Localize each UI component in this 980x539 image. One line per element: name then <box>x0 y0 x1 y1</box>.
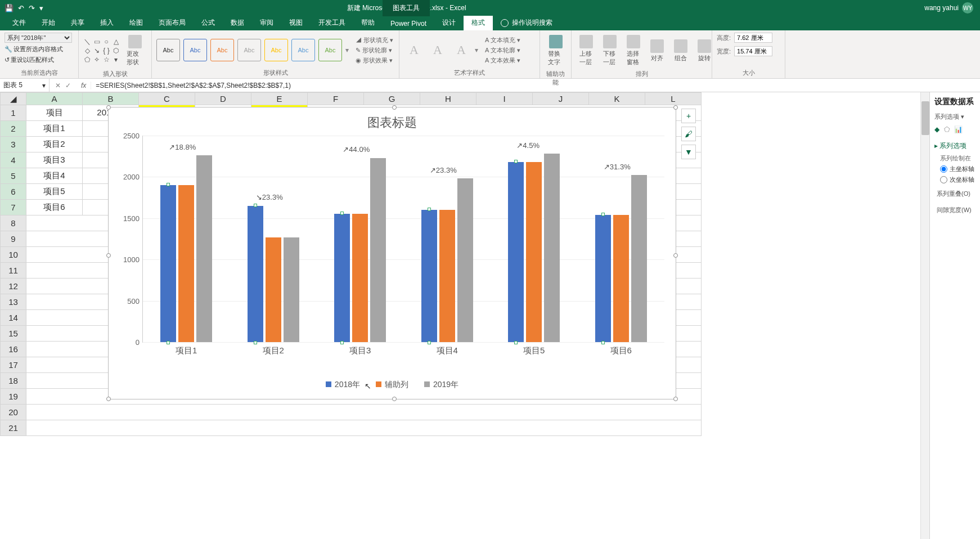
shape-style-4[interactable]: Abc <box>237 39 261 61</box>
change-shape-button[interactable]: 更改形状 <box>123 33 147 69</box>
row-header-15[interactable]: 15 <box>1 326 26 342</box>
chart-title[interactable]: 图表标题 <box>109 107 676 138</box>
tab-home[interactable]: 开始 <box>34 15 63 30</box>
chart-bar[interactable] <box>544 154 560 342</box>
col-header-a[interactable]: A <box>26 93 83 105</box>
height-input[interactable] <box>734 33 772 43</box>
format-selection-button[interactable]: 🔧 设置所选内容格式 <box>5 44 63 53</box>
row-header-12[interactable]: 12 <box>1 279 26 294</box>
chart-bar[interactable] <box>196 155 212 342</box>
col-header-e[interactable]: E <box>251 93 308 105</box>
row-header-8[interactable]: 8 <box>1 215 26 231</box>
col-header-c[interactable]: C <box>139 93 195 105</box>
qa-dropdown-icon[interactable]: ▾ <box>39 4 43 12</box>
tab-data[interactable]: 数据 <box>223 15 252 30</box>
shape-outline-button[interactable]: ✎ 形状轮廓 ▾ <box>356 46 393 55</box>
col-header-h[interactable]: H <box>420 93 476 105</box>
text-outline-button[interactable]: A 文本轮廓 ▾ <box>485 46 520 55</box>
row-header-7[interactable]: 7 <box>1 200 26 215</box>
row-header-6[interactable]: 6 <box>1 184 26 200</box>
legend-item-1[interactable]: 2018年 <box>335 380 360 389</box>
tab-help[interactable]: 帮助 <box>353 15 383 30</box>
chart-data-label[interactable]: ↘23.3% <box>256 193 283 201</box>
row-header-21[interactable]: 21 <box>1 420 26 436</box>
row-header-9[interactable]: 9 <box>1 231 26 247</box>
cancel-formula-icon[interactable]: ✕ <box>55 82 61 89</box>
text-effects-button[interactable]: A 文本效果 ▾ <box>485 56 520 65</box>
series-options-dropdown[interactable]: 系列选项 ▾ <box>934 113 975 121</box>
resize-handle[interactable] <box>673 253 678 258</box>
chart-object[interactable]: 图表标题 05001000150020002500项目1↗18.8%项目2↘23… <box>108 107 676 399</box>
cell-a5[interactable]: 项目4 <box>26 168 83 184</box>
cell-a6[interactable]: 项目5 <box>26 184 83 200</box>
cell-a1[interactable]: 项目 <box>26 105 83 121</box>
chart-bar[interactable] <box>248 206 263 342</box>
cell-a7[interactable]: 项目6 <box>26 200 83 215</box>
chart-elements-button[interactable]: + <box>681 109 696 123</box>
col-header-b[interactable]: B <box>83 93 139 105</box>
resize-handle[interactable] <box>673 105 678 110</box>
spreadsheet-grid[interactable]: ◢ A B C D E F G H I J K L 1 项目 2018年 辅助列… <box>0 92 929 539</box>
chart-bar[interactable] <box>352 214 368 342</box>
cell-a2[interactable]: 项目1 <box>26 121 83 137</box>
chart-filters-button[interactable]: ▼ <box>681 145 696 159</box>
chart-bar[interactable] <box>334 214 350 342</box>
bring-forward-button[interactable]: 上移一层 <box>576 33 596 69</box>
shape-styles-more-icon[interactable]: ▾ <box>345 46 349 54</box>
chart-bar[interactable] <box>266 237 281 342</box>
selection-pane-button[interactable]: 选择窗格 <box>623 33 644 69</box>
row-header-18[interactable]: 18 <box>1 373 26 389</box>
chart-legend[interactable]: 2018年 辅助列 2019年 <box>109 380 676 390</box>
shape-style-6[interactable]: Abc <box>291 39 315 61</box>
chart-bar[interactable] <box>595 215 611 342</box>
row-header-20[interactable]: 20 <box>1 405 26 420</box>
chart-bar[interactable] <box>284 237 299 342</box>
vertical-scrollbar[interactable] <box>920 92 929 539</box>
tab-share[interactable]: 共享 <box>63 15 92 30</box>
tab-file[interactable]: 文件 <box>5 15 34 30</box>
group-button[interactable]: 组合 <box>671 37 691 65</box>
resize-handle[interactable] <box>673 397 678 401</box>
tab-format[interactable]: 格式 <box>464 15 493 30</box>
row-header-1[interactable]: 1 <box>1 105 26 121</box>
undo-icon[interactable]: ↶ <box>18 4 24 12</box>
send-backward-button[interactable]: 下移一层 <box>600 33 620 69</box>
wordart-style-3[interactable]: A <box>451 40 471 60</box>
scrollbar-thumb[interactable] <box>921 101 929 135</box>
redo-icon[interactable]: ↷ <box>29 4 35 12</box>
chart-bar[interactable] <box>508 162 524 342</box>
col-header-k[interactable]: K <box>589 93 645 105</box>
row-header-13[interactable]: 13 <box>1 294 26 310</box>
chart-bar[interactable] <box>526 162 542 342</box>
col-header-j[interactable]: J <box>533 93 589 105</box>
shape-style-1[interactable]: Abc <box>156 39 180 61</box>
chart-bar[interactable] <box>178 185 194 342</box>
chart-data-label[interactable]: ↗31.3% <box>604 163 631 171</box>
shape-style-7[interactable]: Abc <box>318 39 342 61</box>
col-header-d[interactable]: D <box>195 93 251 105</box>
tab-power-pivot[interactable]: Power Pivot <box>383 17 434 30</box>
resize-handle[interactable] <box>392 105 397 110</box>
chart-data-label[interactable]: ↗44.0% <box>343 145 370 154</box>
text-fill-button[interactable]: A 文本填充 ▾ <box>485 36 520 44</box>
series-options-tab-icon[interactable]: 📊 <box>954 125 963 133</box>
save-icon[interactable]: 💾 <box>5 4 14 12</box>
row-header-10[interactable]: 10 <box>1 247 26 263</box>
resize-handle[interactable] <box>106 105 111 110</box>
col-header-g[interactable]: G <box>364 93 420 105</box>
wordart-more-icon[interactable]: ▾ <box>475 46 478 54</box>
chart-bar[interactable] <box>439 210 455 342</box>
row-header-14[interactable]: 14 <box>1 310 26 326</box>
shapes-gallery[interactable]: ＼▭○△ ◇↘{ }⬡ ⬠✧☆▾ <box>83 38 120 64</box>
shape-effects-button[interactable]: ◉ 形状效果 ▾ <box>356 56 393 65</box>
cell-a3[interactable]: 项目2 <box>26 137 83 152</box>
chart-bar[interactable] <box>421 210 437 342</box>
resize-handle[interactable] <box>106 397 111 401</box>
tab-draw[interactable]: 绘图 <box>122 15 151 30</box>
alt-text-button[interactable]: 替换文字 <box>545 33 567 69</box>
chart-styles-button[interactable]: 🖌 <box>681 127 696 141</box>
resize-handle[interactable] <box>106 253 111 258</box>
rotate-button[interactable]: 旋转 <box>694 37 714 65</box>
series-options-section[interactable]: ▸ 系列选项 <box>934 141 975 151</box>
row-header-17[interactable]: 17 <box>1 357 26 373</box>
